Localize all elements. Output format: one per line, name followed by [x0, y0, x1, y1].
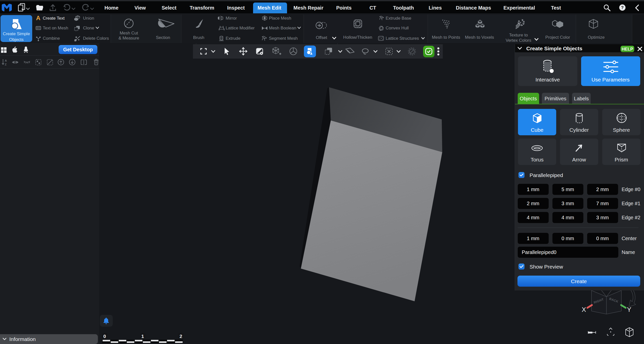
svg-text:Z: Z — [5, 63, 7, 66]
svg-text:?: ? — [621, 5, 624, 10]
svg-text:A: A — [5, 59, 7, 62]
svg-text:X: X — [582, 306, 586, 313]
